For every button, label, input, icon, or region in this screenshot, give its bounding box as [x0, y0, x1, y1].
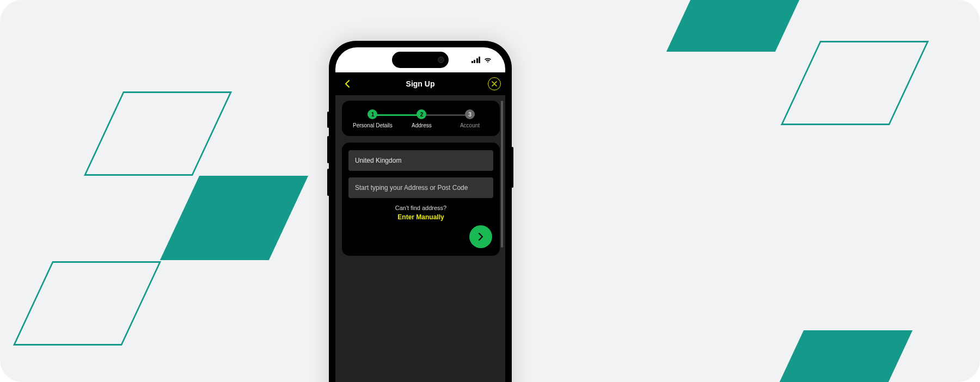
chevron-right-icon [478, 233, 483, 241]
step-label: Account [460, 122, 480, 128]
step-number: 1 [367, 109, 377, 119]
phone-frame: Sign Up 1 Personal Details [329, 41, 512, 382]
scrollbar[interactable] [501, 101, 503, 248]
app-body: 1 Personal Details 2 Address 3 Account [335, 95, 505, 382]
country-field[interactable]: United Kingdom [348, 150, 493, 171]
phone-screen: Sign Up 1 Personal Details [335, 47, 505, 382]
close-icon [492, 81, 497, 87]
address-input[interactable]: Start typing your Address or Post Code [348, 177, 493, 198]
address-form-panel: United Kingdom Start typing your Address… [342, 143, 500, 256]
phone-side-button [511, 147, 513, 188]
stepper-panel: 1 Personal Details 2 Address 3 Account [342, 101, 500, 136]
enter-manually-link[interactable]: Enter Manually [348, 213, 493, 221]
decor-shape [84, 91, 232, 176]
background-card: Sign Up 1 Personal Details [0, 0, 980, 382]
step-number: 3 [465, 109, 475, 119]
decor-shape [13, 261, 161, 346]
step-address: 2 Address [402, 109, 440, 128]
status-bar [335, 47, 505, 72]
decor-shape [764, 330, 912, 382]
decor-shape [781, 41, 929, 125]
phone-side-button [327, 112, 329, 128]
phone-side-button [327, 136, 329, 163]
next-button[interactable] [469, 225, 492, 248]
decor-shape [160, 176, 308, 260]
decor-shape [666, 0, 814, 52]
page-title: Sign Up [406, 79, 435, 88]
step-personal-details: 1 Personal Details [353, 109, 393, 128]
status-icons [471, 57, 493, 63]
front-camera [438, 57, 444, 63]
cellular-signal-icon [471, 57, 481, 63]
step-label: Address [412, 122, 432, 128]
close-button[interactable] [488, 77, 501, 90]
back-button[interactable] [340, 76, 355, 91]
wifi-icon [483, 57, 492, 63]
app-container: Sign Up 1 Personal Details [335, 72, 505, 382]
step-number: 2 [416, 109, 426, 119]
cant-find-text: Can't find address? [348, 205, 493, 211]
chevron-left-icon [345, 80, 350, 88]
step-account: 3 Account [451, 109, 489, 128]
phone-side-button [327, 169, 329, 196]
app-header: Sign Up [335, 72, 505, 95]
step-label: Personal Details [353, 122, 393, 128]
dynamic-island [392, 52, 449, 68]
progress-stepper: 1 Personal Details 2 Address 3 Account [348, 108, 493, 128]
